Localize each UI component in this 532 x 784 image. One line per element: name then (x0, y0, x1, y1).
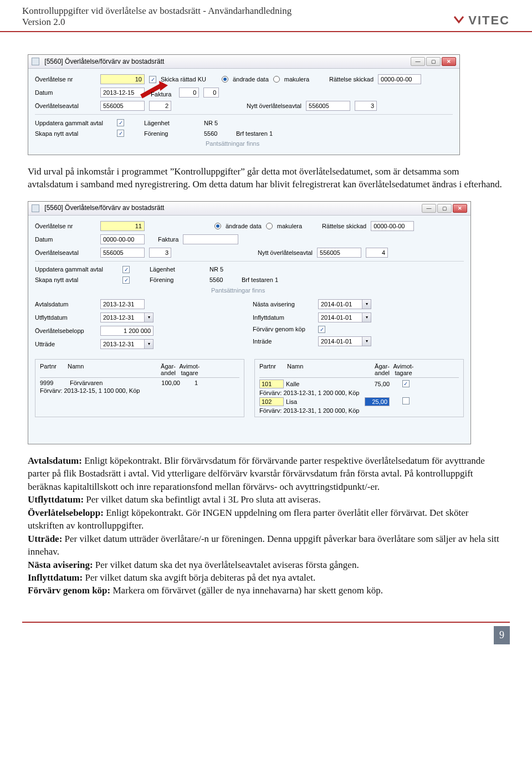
header-titleblock: Kontrolluppgifter vid överlåtelse av bos… (22, 6, 291, 28)
checkbox-avimot[interactable]: ✓ (402, 380, 410, 387)
label-overlatelseavtal: Överlåtelseavtal (35, 103, 96, 109)
logo-mark-icon (453, 14, 465, 27)
combo-inflyttdatum[interactable]: 2014-01-01▾ (318, 312, 371, 322)
input-nytt-avtal2[interactable]: 3 (355, 101, 377, 111)
vitec-logo: VITEC (453, 13, 510, 28)
col-namn: Namn (68, 363, 151, 376)
col-avimot: Avimot- tagare (176, 363, 203, 376)
label-uppdatera: Uppdatera gammalt avtal (35, 120, 112, 126)
left-parties-table: Partnr Namn Ägar- andel Avimot- tagare 9… (35, 359, 244, 417)
input-rattelse-skickad[interactable]: 0000-00-00 (371, 221, 414, 231)
label-avtalsdatum: Avtalsdatum (35, 301, 96, 308)
chevron-down-icon: ▾ (145, 312, 154, 322)
label-rattelse-skickad: Rättelse skickad (329, 76, 374, 83)
form-body: Överlåtelse nr 10 ✓ Skicka rättad KU änd… (28, 69, 459, 155)
cell-partnr[interactable]: 101 (259, 380, 284, 388)
combo-intrade[interactable]: 2014-01-01▾ (318, 336, 371, 346)
input-overlatelseavtal[interactable]: 556005 (100, 248, 145, 258)
input-nytt-avtal[interactable]: 556005 (317, 248, 361, 258)
radio-makulera[interactable] (273, 76, 280, 83)
label-lagenhet: Lägenhet (144, 120, 200, 126)
input-nytt-avtal2[interactable]: 4 (366, 248, 388, 258)
screenshot-2: [5560] Överlåtelse/förvärv av bostadsrät… (28, 201, 471, 444)
page-footer: 9 (22, 622, 510, 661)
window-buttons: — ▢ ✕ (422, 204, 467, 213)
app-icon (32, 58, 39, 65)
input-avtalsdatum[interactable]: 2013-12-31 (100, 299, 145, 309)
checkbox-avimot[interactable] (402, 397, 410, 404)
label-uttrade: Utträde (35, 341, 96, 347)
window-titlebar: [5560] Överlåtelse/förvärv av bostadsrät… (28, 55, 459, 69)
window-titlebar-2: [5560] Överlåtelse/förvärv av bostadsrät… (28, 202, 470, 216)
checkbox-skapa[interactable]: ✓ (122, 276, 130, 284)
label-overlatelsebelopp: Överlåtelsebelopp (35, 327, 96, 334)
input-overlatelsebelopp[interactable]: 1 200 000 (100, 326, 154, 336)
table-row: 101 Kalle 75,00 ✓ (259, 379, 459, 389)
label-forening: Förening (150, 276, 205, 283)
page-header: Kontrolluppgifter vid överlåtelse av bos… (0, 0, 532, 32)
input-nytt-avtal[interactable]: 556005 (306, 101, 350, 111)
screenshot-1: [5560] Överlåtelse/förvärv av bostadsrät… (28, 54, 460, 155)
label-andrade-data: ändrade data (233, 76, 269, 83)
radio-makulera[interactable] (266, 223, 273, 229)
col-agarandel: Ägar- andel (151, 363, 176, 376)
label-nytt-avtal: Nytt överlåtelseavtal (258, 249, 313, 256)
input-rattelse-skickad[interactable]: 0000-00-00 (378, 74, 421, 84)
doc-title: Kontrolluppgifter vid överlåtelse av bos… (22, 6, 291, 17)
checkbox-forvarv-kop[interactable]: ✓ (318, 326, 325, 333)
input-overlatelse-nr[interactable]: 10 (100, 74, 145, 84)
row-detail: Förvärv: 2013-12-31, 1 200 000, Köp (259, 389, 459, 397)
chevron-down-icon: ▾ (362, 312, 371, 322)
value-forening: 5560 (204, 130, 232, 137)
window-title-2: [5560] Överlåtelse/förvärv av bostadsrät… (32, 204, 164, 212)
label-datum: Datum (35, 89, 96, 96)
col-partnr: Partnr (259, 363, 287, 376)
right-parties-table: Partnr Namn Ägar- andel Avimot- tagare 1… (254, 359, 464, 417)
checkbox-uppdatera[interactable]: ✓ (117, 119, 124, 126)
chevron-down-icon: ▾ (362, 336, 371, 346)
input-overlatelseavtal2[interactable]: 2 (149, 101, 171, 111)
label-skapa: Skapa nytt avtal (35, 276, 118, 283)
label-forvarv-kop: Förvärv genom köp (253, 326, 314, 332)
cell-partnr[interactable]: 102 (259, 397, 284, 406)
input-datum[interactable]: 0000-00-00 (100, 234, 145, 244)
app-icon (32, 204, 39, 212)
combo-uttrade[interactable]: 2013-12-31▾ (100, 339, 154, 349)
minimize-button[interactable]: — (411, 57, 425, 66)
input-datum[interactable]: 2013-12-15 (100, 88, 145, 98)
checkbox-uppdatera[interactable]: ✓ (122, 266, 130, 273)
close-button[interactable]: ✕ (442, 57, 456, 66)
input-overlatelseavtal2[interactable]: 3 (149, 248, 171, 258)
label-datum: Datum (35, 236, 96, 243)
label-andrade-data: ändrade data (226, 223, 262, 229)
col-namn: Namn (287, 363, 365, 376)
maximize-button[interactable]: ▢ (437, 204, 452, 213)
logo-text: VITEC (468, 13, 510, 28)
combo-nasta-avisering[interactable]: 2014-01-01▾ (318, 299, 371, 309)
checkbox-skapa[interactable]: ✓ (117, 130, 124, 137)
table-row: 9999 Förvärvaren 100,00 1 (40, 379, 239, 387)
minimize-button[interactable]: — (422, 204, 436, 213)
maximize-button[interactable]: ▢ (426, 57, 441, 66)
combo-utflyttdatum[interactable]: 2013-12-31▾ (100, 312, 154, 322)
value-forening: 5560 (209, 276, 237, 283)
cell-andel-selected[interactable]: 25,00 (365, 397, 390, 406)
input-faktura2[interactable]: 0 (203, 88, 219, 98)
col-partnr: Partnr (40, 363, 68, 376)
label-forening: Förening (144, 130, 200, 137)
label-makulera: makulera (284, 76, 309, 83)
input-overlatelse-nr[interactable]: 11 (100, 221, 145, 231)
input-overlatelseavtal[interactable]: 556005 (100, 101, 145, 111)
input-faktura[interactable] (183, 234, 238, 244)
label-faktura: Faktura (158, 236, 178, 243)
page-number: 9 (494, 626, 510, 644)
paragraph-1: Vid urval på inkomstår i programmet ”Kon… (28, 165, 504, 191)
label-uppdatera: Uppdatera gammalt avtal (35, 266, 118, 273)
page-content: [5560] Överlåtelse/förvärv av bostadsrät… (0, 32, 532, 608)
label-utflyttdatum: Utflyttdatum (35, 314, 96, 321)
radio-andrade-data[interactable] (222, 76, 228, 83)
label-makulera: makulera (277, 223, 302, 229)
radio-andrade-data[interactable] (214, 223, 221, 229)
form-body-2: Överlåtelse nr 11 ändrade data makulera … (28, 216, 470, 444)
close-button[interactable]: ✕ (453, 204, 467, 213)
